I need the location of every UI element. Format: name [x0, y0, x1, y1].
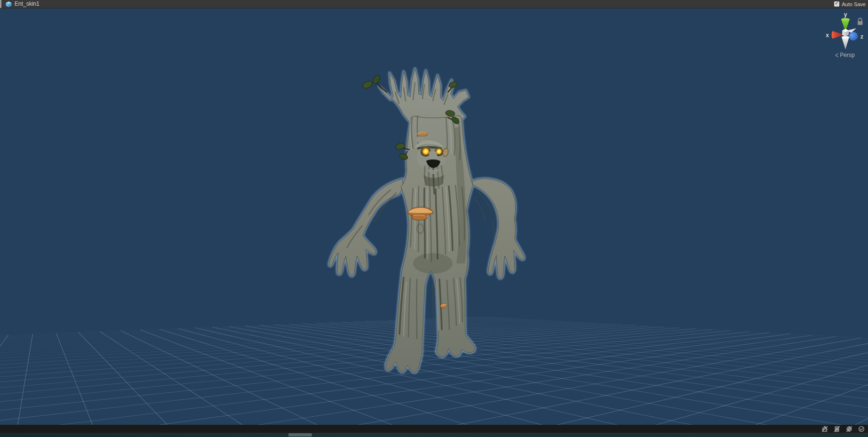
horizontal-scrollbar[interactable] [0, 433, 868, 437]
back-navigation-handle[interactable] [0, 0, 1, 8]
prefab-name-label: Ent_skin1 [15, 0, 40, 8]
persp-icon: < [835, 50, 838, 60]
status-bar [0, 425, 868, 433]
neg-y-axis-cone[interactable] [842, 37, 849, 49]
horizontal-scrollbar-thumb[interactable] [288, 433, 312, 437]
cache-server-disabled-icon[interactable] [833, 425, 841, 433]
gizmo-z-label: z [860, 33, 863, 40]
unity-prefab-scene-view: Ent_skin1 Auto Save y x [0, 0, 868, 437]
projection-toggle[interactable]: <Persp [826, 52, 864, 58]
prefab-cube-icon [5, 1, 12, 8]
right-eye [437, 149, 442, 154]
left-eye [423, 149, 429, 155]
debugger-disabled-icon[interactable] [821, 425, 828, 433]
persp-label: Persp [840, 52, 854, 58]
status-ok-icon[interactable] [858, 425, 865, 433]
auto-save-toggle[interactable]: Auto Save [834, 1, 868, 7]
auto-save-label: Auto Save [842, 1, 866, 7]
gizmo-lock-icon[interactable] [858, 18, 863, 25]
gizmo-x-label: x [826, 32, 829, 39]
scene-view[interactable] [0, 0, 868, 437]
network-disabled-icon[interactable] [845, 425, 853, 433]
prefab-header-bar: Ent_skin1 Auto Save [0, 0, 868, 8]
auto-save-checkbox[interactable] [834, 1, 839, 7]
gizmo-y-label: y [844, 11, 847, 18]
